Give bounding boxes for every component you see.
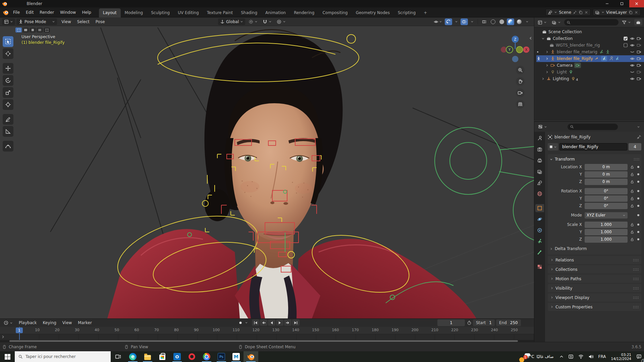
properties-panel-collapsed[interactable]: Visibility — [548, 284, 641, 292]
taskbar-search-input[interactable]: Taper ici pour rechercher — [15, 351, 111, 362]
outliner-row-scene-collection[interactable]: Scene Collection — [536, 28, 644, 35]
language-indicator[interactable]: FRA — [596, 351, 608, 362]
animate-dot[interactable] — [637, 173, 639, 175]
render-camera-icon[interactable] — [637, 63, 641, 68]
proportional-edit-button[interactable] — [275, 18, 287, 25]
auto-keying-button[interactable] — [237, 319, 244, 326]
workspace-tab[interactable]: + — [420, 8, 431, 17]
taskbar-weather[interactable]: 1 8°C صاف غالبًا — [521, 354, 557, 359]
properties-panel-collapsed[interactable]: Motion Paths — [548, 275, 641, 283]
pin-icon[interactable] — [573, 10, 577, 14]
zoom-button[interactable] — [516, 66, 525, 74]
outliner-row-wgts[interactable]: WGTS_blender file_rig — [536, 42, 644, 49]
properties-editor-type-button[interactable] — [536, 123, 549, 130]
properties-tab[interactable] — [535, 157, 544, 165]
tool-button[interactable] — [3, 141, 13, 152]
workspace-tab[interactable]: Sculpting — [147, 8, 174, 17]
tool-button[interactable] — [3, 48, 13, 59]
animate-dot[interactable] — [637, 181, 639, 183]
hide-eye-icon[interactable] — [630, 63, 635, 68]
value-field[interactable]: 1.000 — [585, 222, 628, 228]
outliner-row-lighting[interactable]: Lighting 4 — [536, 75, 644, 82]
animate-dot[interactable] — [637, 238, 639, 240]
menu-item[interactable]: Edit — [23, 9, 37, 16]
gizmos-dropdown[interactable] — [453, 18, 459, 25]
menu-item[interactable]: Window — [57, 9, 79, 16]
select-mode-lasso[interactable] — [37, 27, 43, 33]
tool-button[interactable] — [3, 36, 13, 47]
object-name-field[interactable]: blender file_Rigify — [559, 143, 627, 150]
properties-tab[interactable] — [535, 263, 544, 271]
workspace-tab[interactable]: Layout — [99, 8, 121, 17]
properties-tab[interactable] — [535, 226, 544, 234]
object-id-dropdown[interactable] — [548, 143, 558, 150]
animate-dot[interactable] — [637, 214, 639, 216]
mode-selector[interactable]: Pose Mode — [16, 18, 57, 25]
snap-toggle[interactable] — [261, 18, 273, 25]
properties-panel-collapsed[interactable]: Relations — [548, 256, 641, 264]
tray-expand-chevron[interactable] — [557, 351, 566, 362]
panel-grip-icon[interactable] — [633, 158, 639, 161]
pivot-point-button[interactable] — [247, 18, 259, 25]
jump-to-start-button[interactable] — [252, 319, 259, 326]
rotation-mode-dropdown[interactable]: XYZ Euler — [585, 212, 628, 219]
workspace-tab[interactable]: Texture Paint — [203, 8, 237, 17]
visibility-dropdown[interactable] — [432, 18, 443, 25]
sidebar-collapse-arrow[interactable] — [529, 36, 533, 41]
taskbar-app-store[interactable] — [155, 351, 170, 362]
outliner-row-rigify[interactable]: blender file_Rigify — [536, 55, 644, 62]
transform-orientation[interactable]: Global — [218, 18, 245, 25]
workspace-tab[interactable]: Compositing — [318, 8, 352, 17]
value-field[interactable]: 0 m — [585, 164, 628, 170]
jump-to-end-button[interactable] — [292, 319, 300, 326]
properties-tab[interactable] — [535, 190, 544, 198]
outliner-row-light[interactable]: Light — [536, 69, 644, 75]
properties-tab[interactable] — [535, 248, 544, 256]
remove-viewlayer-icon[interactable] — [634, 10, 638, 14]
menu-item[interactable]: Help — [79, 9, 94, 16]
pose-mode-badge[interactable] — [601, 56, 607, 61]
properties-tab[interactable] — [535, 204, 544, 212]
hide-eye-icon[interactable] — [630, 43, 635, 48]
shading-material-button[interactable] — [507, 18, 514, 25]
pin-icon[interactable] — [637, 135, 641, 139]
value-field[interactable]: 0 m — [585, 171, 628, 178]
camera-view-button[interactable] — [516, 88, 525, 97]
timeline-ruler[interactable]: 1020304050607080901001101201301401501601… — [0, 327, 534, 334]
play-button[interactable] — [276, 319, 283, 326]
transform-panel-header[interactable]: Transform — [550, 156, 639, 163]
viewlayer-selector[interactable]: ViewLayer — [593, 9, 641, 16]
task-view-button[interactable] — [111, 351, 125, 362]
animate-dot[interactable] — [637, 231, 639, 233]
tool-button[interactable] — [3, 114, 13, 125]
tool-button[interactable] — [3, 75, 13, 86]
new-collection-button[interactable] — [634, 19, 642, 25]
end-frame-field[interactable]: End250 — [496, 319, 521, 326]
tray-wifi-icon[interactable] — [576, 351, 586, 362]
workspace-tab[interactable]: Shading — [237, 8, 261, 17]
render-camera-icon[interactable] — [637, 76, 641, 81]
timeline-editor-type-button[interactable] — [2, 319, 14, 326]
properties-panel-collapsed[interactable]: Collections — [548, 265, 641, 274]
taskbar-app-edge[interactable]: e — [125, 351, 140, 362]
value-field[interactable]: 1.000 — [585, 229, 628, 235]
properties-panel-collapsed[interactable]: Custom Properties — [548, 303, 641, 311]
properties-tab[interactable] — [535, 215, 544, 223]
hidden-eye-closed-icon[interactable] — [630, 70, 635, 74]
tray-snip-icon[interactable] — [566, 351, 576, 362]
tool-button[interactable] — [3, 87, 13, 98]
render-camera-icon[interactable] — [637, 50, 641, 54]
shading-rendered-button[interactable] — [516, 18, 523, 25]
timeline-menu-item[interactable]: View — [59, 319, 75, 326]
taskbar-app-explorer[interactable] — [140, 351, 155, 362]
unlink-scene-icon[interactable] — [584, 10, 588, 14]
lock-open-icon[interactable] — [630, 223, 634, 227]
caret-right-icon[interactable] — [545, 64, 549, 67]
properties-tab[interactable] — [535, 179, 544, 187]
caret-right-icon[interactable] — [541, 77, 545, 80]
next-keyframe-button[interactable] — [284, 319, 291, 326]
tool-button[interactable] — [3, 126, 13, 137]
shading-dropdown[interactable] — [524, 18, 530, 25]
start-frame-field[interactable]: Start1 — [473, 319, 495, 326]
workspace-tab[interactable]: UV Editing — [174, 8, 203, 17]
